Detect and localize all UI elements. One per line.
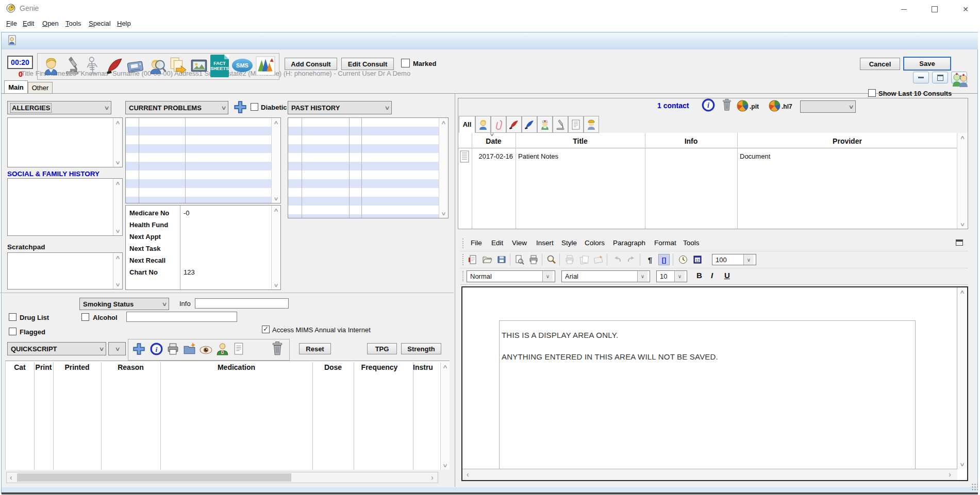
editor-menu-view[interactable]: View xyxy=(512,239,527,247)
fax-icon[interactable] xyxy=(126,56,145,78)
add-script-icon[interactable] xyxy=(132,342,146,358)
script-document-icon[interactable] xyxy=(232,342,246,358)
medication-scrollbar[interactable]: ∧∨ xyxy=(440,362,450,470)
underline-button[interactable]: U xyxy=(724,271,730,280)
show-last-consults-checkbox[interactable] xyxy=(868,89,876,97)
add-problem-icon[interactable] xyxy=(233,100,247,116)
details-scrollbar[interactable]: ∧∨ xyxy=(271,206,280,289)
editor-collapse-icon[interactable] xyxy=(956,240,963,246)
paragraph-style-select[interactable]: Normal∨ xyxy=(467,270,555,282)
save-button[interactable]: Save xyxy=(903,57,951,71)
scroll-down-icon[interactable]: ∨ xyxy=(111,282,125,287)
insert-time-icon[interactable] xyxy=(677,253,689,266)
prescription-quill-icon[interactable] xyxy=(105,56,124,78)
tpg-button[interactable]: TPG xyxy=(367,343,397,354)
filter-tab-doctor[interactable] xyxy=(537,116,553,133)
drug-list-checkbox[interactable] xyxy=(9,313,16,321)
menu-special[interactable]: Special xyxy=(89,20,111,27)
scroll-down-icon[interactable]: ∨ xyxy=(111,160,125,165)
allergies-dropdown[interactable]: ALLERGIES∨ xyxy=(7,101,111,114)
insert-date-icon[interactable]: 12 xyxy=(691,253,704,266)
window-minimize-button[interactable] xyxy=(896,5,911,13)
export-pit-icon[interactable] xyxy=(736,99,749,114)
flagged-checkbox[interactable] xyxy=(9,328,16,335)
scrollbar-thumb[interactable] xyxy=(17,473,291,482)
editor-zoom-select[interactable]: 100∨ xyxy=(712,254,756,265)
consult-col-header[interactable]: Provider xyxy=(737,137,957,145)
medication-hscrollbar[interactable]: ‹ › xyxy=(6,472,438,483)
scroll-up-icon[interactable]: ∧ xyxy=(111,120,125,125)
filter-tab-attachment[interactable] xyxy=(491,116,506,133)
consult-col-header[interactable]: Title xyxy=(516,137,645,145)
consult-row-document-icon[interactable] xyxy=(460,150,469,165)
print-script-icon[interactable] xyxy=(166,342,180,358)
mims-checkbox[interactable]: ✓ xyxy=(262,326,270,333)
filter-tab-all[interactable]: All xyxy=(459,116,475,133)
medication-table[interactable]: Cat Print Printed Reason Medication Dose… xyxy=(5,361,450,470)
consult-provider[interactable]: Document xyxy=(740,152,770,160)
editor-vscrollbar[interactable]: ∧∨ xyxy=(957,287,967,469)
fact-sheets-icon[interactable]: FACT SHEETS xyxy=(210,55,229,77)
smoking-info-input[interactable] xyxy=(195,298,289,309)
strength-button[interactable]: Strength xyxy=(401,343,441,354)
script-options-dropdown[interactable]: ∨ xyxy=(108,342,126,355)
third-party-consult-icon[interactable] xyxy=(951,72,969,90)
print-preview-icon[interactable] xyxy=(513,253,525,266)
drag-handle[interactable] xyxy=(462,254,464,265)
font-name-select[interactable]: Arial∨ xyxy=(561,270,650,282)
menu-tools[interactable]: Tools xyxy=(65,20,81,27)
marked-checkbox[interactable] xyxy=(401,59,410,67)
scratchpad-box[interactable]: ∧∨ xyxy=(7,252,123,289)
scroll-up-icon[interactable]: ∧ xyxy=(270,120,283,125)
pathology-microscope-icon[interactable] xyxy=(62,56,82,78)
scroll-up-icon[interactable]: ∧ xyxy=(111,180,125,186)
preview-eye-icon[interactable] xyxy=(199,343,213,359)
editor-hscrollbar[interactable]: ‹ › xyxy=(462,469,957,480)
window-close-button[interactable]: ✕ xyxy=(958,5,973,13)
drag-handle[interactable] xyxy=(462,238,464,248)
scroll-up-icon[interactable]: ∧ xyxy=(111,254,125,260)
filter-tab-letter-blue[interactable] xyxy=(522,116,537,133)
mims-icon[interactable] xyxy=(256,56,275,78)
sms-icon[interactable]: SMS xyxy=(232,59,253,72)
editor-menu-format[interactable]: Format xyxy=(654,239,676,247)
editor-menu-insert[interactable]: Insert xyxy=(536,239,554,247)
scroll-left-icon[interactable]: ‹ xyxy=(467,470,469,479)
new-document-icon[interactable] xyxy=(467,253,479,266)
add-consult-button[interactable]: Add Consult xyxy=(285,58,337,70)
med-col-header[interactable]: Print xyxy=(34,363,53,371)
med-col-header[interactable]: Printed xyxy=(53,363,101,371)
med-col-header[interactable]: Cat xyxy=(6,363,34,371)
xray-skeleton-icon[interactable] xyxy=(84,56,103,78)
tab-other[interactable]: Other xyxy=(28,82,53,93)
menu-file[interactable]: File xyxy=(6,20,17,27)
font-size-select[interactable]: 10∨ xyxy=(656,270,687,282)
med-col-header[interactable]: Medication xyxy=(160,363,312,371)
patient-icon[interactable] xyxy=(41,56,61,78)
past-history-table[interactable]: ∧∨ xyxy=(288,117,449,218)
new-folder-icon[interactable] xyxy=(182,342,196,358)
menu-edit[interactable]: Edit xyxy=(23,20,34,27)
scroll-down-icon[interactable]: ∨ xyxy=(270,282,283,288)
editor-menu-paragraph[interactable]: Paragraph xyxy=(613,239,645,247)
pilcrow-icon[interactable]: ¶ xyxy=(644,253,656,266)
editor-text-area[interactable]: THIS IS A DISPLAY AREA ONLY. ANYTHING EN… xyxy=(461,286,968,481)
smoking-status-dropdown[interactable]: Smoking Status∨ xyxy=(79,298,169,310)
export-hl7-icon[interactable] xyxy=(768,99,781,114)
menu-open[interactable]: Open xyxy=(42,20,59,27)
reset-button[interactable]: Reset xyxy=(299,343,331,354)
italic-button[interactable]: I xyxy=(711,271,713,280)
allergies-scrollbar[interactable]: ∧∨ xyxy=(113,118,122,167)
past-history-dropdown[interactable]: PAST HISTORY∨ xyxy=(288,101,392,114)
scratchpad-scrollbar[interactable]: ∧∨ xyxy=(113,253,122,289)
filter-tab-specialist[interactable] xyxy=(584,116,599,133)
social-family-history-box[interactable]: ∧∨ xyxy=(7,178,123,236)
imaging-icon[interactable] xyxy=(189,56,209,78)
consult-col-header[interactable]: Info xyxy=(645,137,737,145)
patient-window-restore-button[interactable] xyxy=(932,72,948,83)
drug-info-icon[interactable]: i xyxy=(150,342,163,358)
open-file-icon[interactable] xyxy=(481,253,493,266)
quickscript-dropdown[interactable]: QUICKSCRIPT∨ xyxy=(7,342,106,355)
cancel-button[interactable]: Cancel xyxy=(860,58,900,70)
consults-scrollbar[interactable]: ∧∨ xyxy=(957,133,968,229)
